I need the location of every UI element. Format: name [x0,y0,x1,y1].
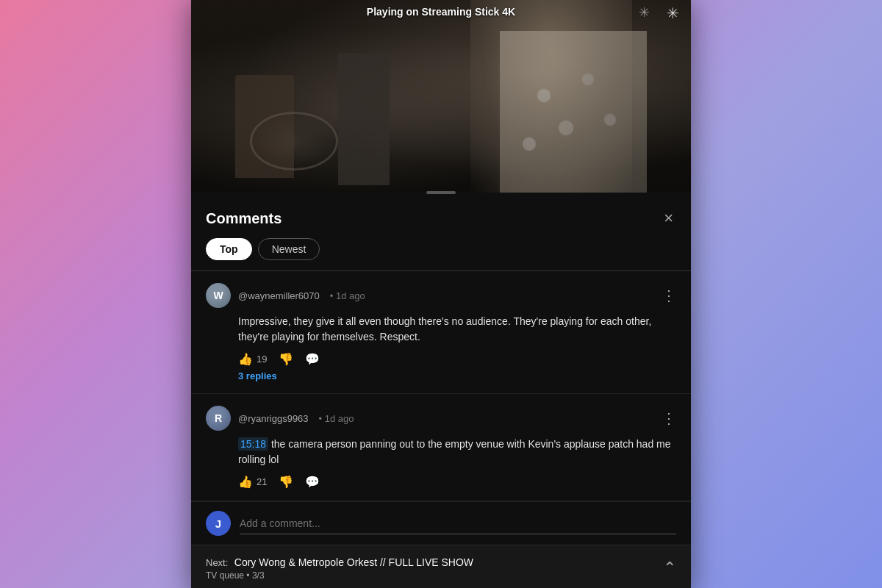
next-video-bar[interactable]: Next: Cory Wong & Metropole Orkest // FU… [191,545,691,588]
next-video-label-row: Next: Cory Wong & Metropole Orkest // FU… [206,556,473,569]
next-title: Cory Wong & Metropole Orkest // FULL LIV… [234,556,473,568]
next-label: Next: [206,557,228,568]
like-count-1: 19 [257,354,267,365]
player-container: Playing on Streaming Stick 4K ✳ ✳ Commen… [191,0,691,588]
tab-newest[interactable]: Newest [258,238,320,260]
comment-username-1: @waynemiller6070 [238,290,320,301]
comment-text-1: Impressive, they give it all even though… [206,314,676,345]
tab-top[interactable]: Top [206,238,252,260]
streaming-label: Playing on Streaming Stick 4K [367,6,515,18]
comment-text-2: 15:18 the camera person panning out to t… [206,437,676,467]
timestamp-link[interactable]: 15:18 [238,437,268,451]
comment-icon-2: 💬 [305,475,320,489]
thumbs-up-icon: 👍 [238,352,253,366]
avatar-img-2: R [206,406,231,431]
replies-link-1[interactable]: 3 replies [206,366,676,381]
comments-header: Comments × [191,196,691,238]
dislike-button-1[interactable]: 👎 [279,352,293,366]
comment-input[interactable] [240,513,676,534]
comment-header-2: R @ryanriggs9963 • 1d ago ⋮ [206,406,676,431]
next-video-info: Next: Cory Wong & Metropole Orkest // FU… [206,556,473,581]
thumbs-up-icon-2: 👍 [238,475,253,489]
filter-tabs: Top Newest [191,238,691,270]
like-count-2: 21 [257,476,267,487]
video-area[interactable]: Playing on Streaming Stick 4K ✳ ✳ [191,0,691,193]
thumbs-down-icon-2: 👎 [279,475,293,489]
scroll-indicator [426,191,456,194]
like-button-1[interactable]: 👍 19 [238,352,267,366]
comments-title: Comments [206,210,282,227]
roku-icon-left: ✳ [639,4,650,21]
drum-kit [250,112,338,171]
concert-figure-mic [338,53,390,185]
comments-panel: Comments × Top Newest W @waynemiller6070… [191,196,691,588]
comment-actions-1: 👍 19 👎 💬 [206,352,676,366]
comment-time-2: • 1d ago [319,413,354,424]
comment-text-body-2: the camera person panning out to the emp… [238,438,671,465]
user-avatar: J [206,511,231,536]
avatar-1: W [206,283,231,308]
reply-icon-button-1[interactable]: 💬 [305,352,320,366]
thumbs-down-icon: 👎 [279,352,293,366]
comment-options-2[interactable]: ⋮ [662,409,676,427]
avatar-img-1: W [206,283,231,308]
comment-options-1[interactable]: ⋮ [662,287,676,304]
dislike-button-2[interactable]: 👎 [279,475,293,489]
comment-time-1: • 1d ago [330,290,365,301]
avatar-2: R [206,406,231,431]
chevron-up-icon[interactable]: ⌃ [663,559,676,578]
comment-username-2: @ryanriggs9963 [238,413,309,424]
like-button-2[interactable]: 👍 21 [238,475,267,489]
next-queue: TV queue • 3/3 [206,570,473,581]
reply-icon-button-2[interactable]: 💬 [305,475,320,489]
comment-icon: 💬 [305,352,320,366]
comment-actions-2: 👍 21 👎 💬 [206,475,676,489]
comment-header-1: W @waynemiller6070 • 1d ago ⋮ [206,283,676,308]
comment-item: W @waynemiller6070 • 1d ago ⋮ Impressive… [191,271,691,394]
roku-icon-right: ✳ [667,4,679,22]
video-background [191,0,691,193]
comment-item-2: R @ryanriggs9963 • 1d ago ⋮ 15:18 the ca… [191,394,691,501]
floral-shirt [500,31,647,193]
add-comment-area: J [191,501,691,545]
close-button[interactable]: × [661,207,676,229]
